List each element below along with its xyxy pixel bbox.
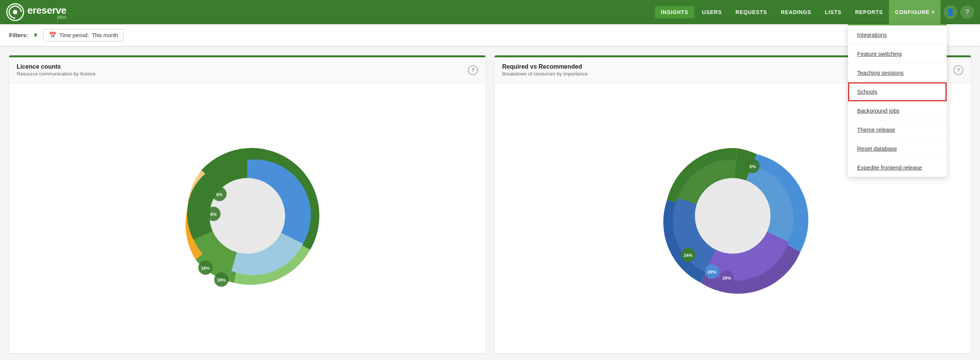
left-donut-svg: 6% 6% 18% 18% — [168, 136, 327, 296]
svg-text:18%: 18% — [201, 266, 210, 271]
main-content: Licence counts Resource communication by… — [0, 46, 980, 360]
filters-label: Filters: — [9, 32, 28, 38]
nav-lists[interactable]: LISTS — [819, 6, 848, 18]
svg-text:24%: 24% — [684, 253, 692, 258]
svg-text:29%: 29% — [722, 276, 731, 280]
help-icon: ? — [965, 8, 969, 16]
header-icons: 👤 ? — [943, 5, 974, 19]
svg-text:5%: 5% — [749, 164, 756, 169]
logo-text: ereserve plus — [27, 5, 66, 19]
licence-counts-chart-area: 6% 6% 18% 18% — [9, 83, 485, 349]
main-nav: INSIGHTS USERS REQUESTS READINGS LISTS R… — [655, 6, 889, 18]
logo-sub: plus — [27, 14, 66, 19]
svg-text:18%: 18% — [217, 278, 226, 282]
nav-insights[interactable]: INSIGHTS — [655, 6, 695, 18]
licence-counts-title: Licence counts — [17, 63, 95, 70]
time-period-value: This month — [92, 32, 118, 38]
required-vs-recommended-subtitle: Breakdown of resources by importance — [502, 71, 587, 76]
svg-text:6%: 6% — [216, 192, 223, 197]
dropdown-item-feature-switching[interactable]: Feature switching — [848, 45, 947, 63]
user-icon: 👤 — [946, 8, 955, 16]
calendar-icon: 📅 — [49, 32, 57, 39]
right-donut-svg: 5% 24% 29% 29% — [653, 136, 812, 296]
required-vs-recommended-donut: 5% 24% 29% 29% — [653, 136, 812, 296]
logo-area: ereserve plus — [6, 3, 66, 21]
licence-counts-subtitle: Resource communication by licence — [17, 71, 95, 76]
nav-readings[interactable]: READINGS — [775, 6, 817, 18]
licence-counts-donut: 6% 6% 18% 18% — [168, 136, 327, 296]
licence-counts-header: Licence counts Resource communication by… — [9, 57, 485, 83]
logo-main: ereserve — [27, 5, 66, 15]
dropdown-item-expedite-frontend[interactable]: Expedite frontend release — [848, 158, 947, 177]
required-vs-recommended-help-icon[interactable]: ? — [953, 65, 963, 75]
svg-text:6%: 6% — [210, 212, 216, 217]
user-icon-button[interactable]: 👤 — [943, 5, 957, 19]
required-vs-recommended-title-group: Required vs Recommended Breakdown of res… — [502, 63, 587, 76]
dropdown-item-reset-database[interactable]: Reset database — [848, 139, 947, 158]
filters-bar: Filters: ▼ 📅 Time period: This month — [0, 24, 980, 46]
time-period-filter[interactable]: 📅 Time period: This month — [43, 29, 124, 41]
dropdown-item-theme-release[interactable]: Theme release — [848, 120, 947, 139]
licence-counts-card: Licence counts Resource communication by… — [9, 56, 485, 353]
configure-button[interactable]: CONFIGURE — [889, 0, 940, 24]
dropdown-item-teaching-sessions[interactable]: Teaching sessions — [848, 63, 947, 82]
svg-point-1 — [13, 10, 18, 14]
dropdown-item-background-jobs[interactable]: Background jobs — [848, 101, 947, 120]
licence-counts-help-icon[interactable]: ? — [468, 65, 478, 75]
filter-funnel-icon: ▼ — [33, 32, 39, 39]
nav-requests[interactable]: REQUESTS — [729, 6, 773, 18]
nav-users[interactable]: USERS — [696, 6, 728, 18]
logo-icon — [6, 3, 24, 21]
required-vs-recommended-title: Required vs Recommended — [502, 63, 587, 70]
dropdown-item-schools[interactable]: Schools — [848, 82, 947, 101]
svg-text:29%: 29% — [708, 270, 716, 274]
dropdown-item-integrations[interactable]: Integrations — [848, 25, 947, 45]
help-icon-button[interactable]: ? — [960, 5, 974, 19]
configure-dropdown: Integrations Feature switching Teaching … — [848, 24, 947, 177]
header: ereserve plus INSIGHTS USERS REQUESTS RE… — [0, 0, 980, 24]
time-period-label: Time period: — [60, 32, 89, 38]
licence-counts-title-group: Licence counts Resource communication by… — [17, 63, 95, 76]
nav-reports[interactable]: REPORTS — [849, 6, 889, 18]
svg-point-11 — [695, 178, 771, 254]
